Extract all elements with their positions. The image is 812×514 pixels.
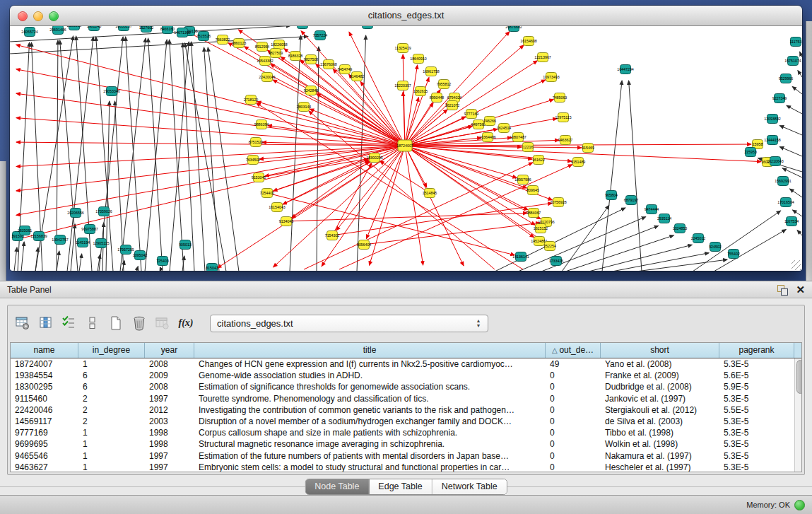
table-cell[interactable]: 0 — [546, 405, 601, 415]
table-cell[interactable]: 5.3E-5 — [719, 394, 794, 404]
delete-column-icon[interactable] — [130, 314, 148, 332]
table-cell[interactable]: 2008 — [145, 382, 194, 392]
table-row[interactable]: 946362711997Embryonic stem cells: a mode… — [11, 462, 794, 472]
tab-network-table[interactable]: Network Table — [433, 479, 507, 494]
graph-node[interactable]: 1024853 — [673, 224, 688, 233]
table-cell[interactable]: 18724007 — [11, 359, 78, 369]
graph-node[interactable]: 7485063 — [553, 93, 567, 103]
graph-node[interactable]: 809645 — [526, 186, 539, 195]
table-cell[interactable]: Tourette syndrome. Phenomenology and cla… — [194, 394, 546, 404]
table-cell[interactable]: 18300295 — [11, 382, 78, 392]
graph-edge[interactable] — [273, 146, 405, 191]
graph-edge[interactable] — [145, 40, 167, 271]
column-header-year[interactable]: year — [145, 343, 194, 358]
graph-node[interactable]: 9463627 — [558, 136, 573, 145]
graph-node[interactable]: 9227349 — [772, 94, 787, 103]
graph-node[interactable]: 9777169 — [464, 110, 479, 119]
float-icon[interactable] — [776, 284, 789, 296]
network-window-titlebar[interactable]: citations_edges.txt — [10, 6, 802, 26]
table-cell[interactable]: 6 — [78, 382, 145, 392]
graph-node[interactable]: 965804 — [605, 191, 618, 200]
graph-node[interactable]: 7515526 — [196, 32, 211, 41]
graph-edge[interactable] — [405, 146, 517, 178]
graph-edge[interactable] — [787, 105, 802, 114]
graph-edge[interactable] — [562, 205, 609, 271]
table-cell[interactable]: Yano et al. (2008) — [601, 359, 719, 369]
table-row[interactable]: 1872400712008Changes of HCN gene express… — [11, 358, 794, 370]
import-table-icon[interactable] — [153, 314, 172, 332]
graph-node[interactable]: 20206556 — [67, 209, 84, 218]
table-row[interactable]: 2242004622012Investigating the contribut… — [11, 404, 794, 416]
graph-node[interactable]: 24055724 — [21, 28, 38, 37]
table-cell[interactable]: 1 — [78, 451, 145, 461]
graph-node[interactable]: 16154608 — [520, 37, 537, 46]
table-cell[interactable]: 14569117 — [11, 416, 78, 426]
graph-node[interactable]: 915469 — [582, 144, 594, 153]
graph-node[interactable]: 8466160 — [160, 26, 175, 34]
table-cell[interactable]: 5.5E-5 — [719, 405, 794, 415]
graph-node[interactable]: 7634502 — [246, 156, 261, 165]
table-cell[interactable]: Nakamura et al. (1997) — [601, 451, 719, 461]
graph-node[interactable]: 9151489 — [571, 158, 586, 167]
table-cell[interactable]: 9115460 — [11, 394, 78, 404]
graph-node[interactable]: 9529966 — [779, 74, 794, 83]
table-row[interactable]: 911546021997Tourette syndrome. Phenomeno… — [11, 393, 794, 404]
table-cell[interactable]: Investigating the contribution of common… — [194, 405, 546, 415]
table-cell[interactable]: de Silva et al. (2003) — [601, 416, 719, 426]
table-vertical-scrollbar[interactable] — [794, 358, 801, 472]
table-cell[interactable]: 5.9E-5 — [719, 382, 794, 392]
table-cell[interactable]: 5.3E-5 — [719, 439, 794, 449]
graph-node[interactable]: 1981243 — [87, 26, 102, 31]
graph-edge[interactable] — [290, 35, 301, 271]
graph-node[interactable]: 9884067 — [526, 209, 541, 218]
table-cell[interactable]: 0 — [546, 428, 601, 438]
graph-node[interactable]: 9886394 — [254, 120, 269, 129]
table-cell[interactable]: Wolkin et al. (1998) — [601, 439, 719, 449]
graph-node[interactable]: 10973493 — [543, 73, 560, 82]
graph-node[interactable]: 161622 — [532, 156, 545, 165]
graph-edge[interactable] — [636, 259, 727, 271]
table-cell[interactable]: 1 — [78, 359, 145, 369]
graph-edge[interactable] — [16, 45, 405, 146]
graph-edge[interactable] — [405, 144, 751, 146]
tab-edge-table[interactable]: Edge Table — [369, 479, 432, 494]
graph-node[interactable]: 1362615 — [413, 87, 428, 96]
graph-node[interactable]: 12216 — [523, 143, 534, 152]
network-canvas[interactable]: 2405572420691406239130619812431065325715… — [10, 26, 802, 271]
graph-node[interactable]: 20876682 — [505, 26, 522, 32]
graph-node[interactable]: 17359026 — [95, 207, 112, 216]
table-cell[interactable]: Estimation of the future numbers of pati… — [194, 451, 546, 461]
table-cell[interactable]: 1998 — [145, 439, 194, 449]
graph-node[interactable]: 1514845 — [423, 189, 437, 198]
table-cell[interactable]: Tibbo et al. (1998) — [601, 428, 719, 438]
table-row[interactable]: 977716911998Corpus callosum shape and si… — [11, 427, 794, 438]
graph-edge[interactable] — [257, 102, 405, 146]
graph-edge[interactable] — [16, 69, 405, 146]
graph-node[interactable]: 7357224 — [313, 31, 328, 40]
table-cell[interactable]: Franke et al. (2009) — [601, 370, 719, 380]
column-header-name[interactable]: name — [11, 343, 78, 358]
graph-edge[interactable] — [204, 47, 219, 271]
table-cell[interactable]: 1998 — [145, 428, 194, 438]
graph-node[interactable]: 1527602 — [139, 26, 154, 33]
graph-node[interactable]: 7154302 — [325, 231, 340, 240]
graph-edge[interactable] — [317, 94, 405, 146]
graph-edge[interactable] — [35, 247, 38, 271]
graph-node[interactable]: 11325419 — [394, 44, 411, 53]
table-row[interactable]: 1830029562008Estimation of significance … — [11, 381, 794, 392]
select-visible-icon[interactable] — [60, 314, 78, 332]
graph-node[interactable]: 17957255 — [117, 245, 134, 255]
graph-node[interactable]: 2391306 — [67, 26, 82, 30]
table-cell[interactable]: 1 — [78, 439, 145, 449]
graph-edge[interactable] — [792, 86, 802, 94]
table-cell[interactable]: 9463627 — [11, 462, 78, 472]
new-column-icon[interactable] — [107, 314, 125, 332]
table-cell[interactable]: 5.3E-5 — [719, 451, 794, 461]
table-cell[interactable]: 2003 — [145, 416, 194, 426]
graph-edge[interactable] — [602, 81, 622, 271]
graph-node[interactable]: 2718120 — [244, 95, 259, 105]
table-cell[interactable]: 19384554 — [11, 370, 78, 380]
graph-edge[interactable] — [789, 189, 802, 197]
graph-edge[interactable] — [170, 40, 184, 271]
graph-node[interactable]: 17016504 — [777, 198, 794, 207]
